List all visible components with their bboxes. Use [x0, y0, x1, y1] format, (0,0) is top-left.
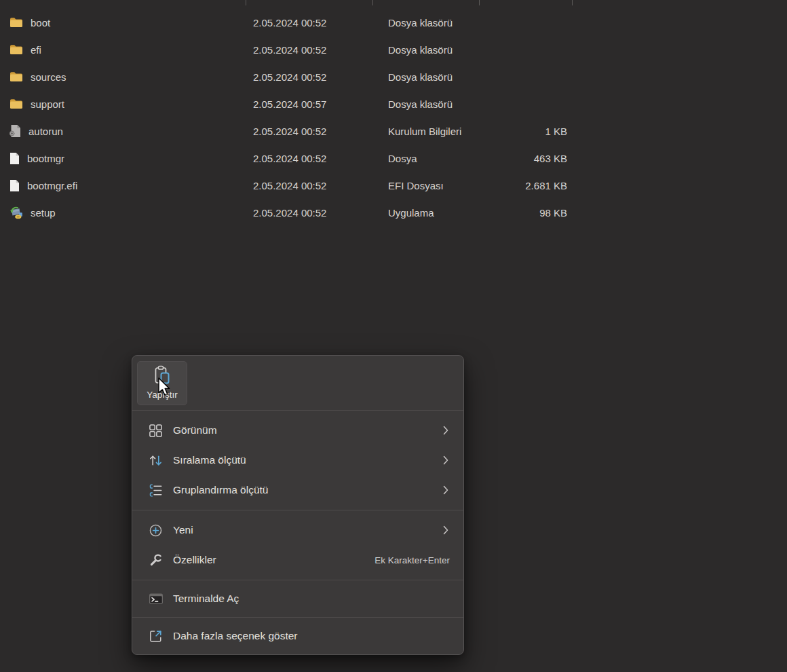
menu-item-sort-by[interactable]: Sıralama ölçütü [132, 445, 463, 475]
menu-item-open-in-terminal[interactable]: Terminalde Aç [132, 584, 463, 614]
file-name: autorun [28, 126, 63, 137]
table-row[interactable]: efi 2.05.2024 00:52 Dosya klasörü [0, 36, 611, 63]
menu-group-more: Daha fazla seçenek göster [132, 618, 463, 654]
menu-item-label: Yeni [173, 524, 443, 536]
new-plus-icon [148, 523, 164, 538]
file-date: 2.05.2024 00:52 [253, 117, 326, 145]
show-more-options-icon [148, 629, 164, 644]
file-date: 2.05.2024 00:52 [253, 36, 326, 63]
file-type: Dosya [388, 145, 417, 172]
file-icon [9, 152, 20, 165]
view-grid-icon [148, 423, 164, 438]
file-name: efi [31, 44, 41, 56]
wrench-icon [148, 553, 164, 568]
file-type: Dosya klasörü [388, 63, 453, 90]
table-row[interactable]: sources 2.05.2024 00:52 Dosya klasörü [0, 63, 611, 90]
file-size [479, 90, 567, 117]
file-size [479, 9, 567, 36]
file-date: 2.05.2024 00:52 [253, 145, 326, 172]
menu-item-label: Sıralama ölçütü [173, 454, 443, 466]
menu-item-group-by[interactable]: Gruplandırma ölçütü [132, 475, 463, 505]
folder-icon [9, 71, 23, 82]
file-date: 2.05.2024 00:57 [253, 90, 326, 117]
file-name: sources [31, 71, 66, 83]
menu-group-new: Yeni Özellikler Ek Karakter+Enter [132, 510, 463, 580]
table-row[interactable]: boot 2.05.2024 00:52 Dosya klasörü [0, 9, 611, 36]
menu-item-label: Görünüm [173, 424, 443, 436]
table-row[interactable]: support 2.05.2024 00:57 Dosya klasörü [0, 90, 611, 117]
terminal-icon [148, 591, 164, 607]
group-by-list-icon [148, 483, 164, 498]
file-list: boot 2.05.2024 00:52 Dosya klasörü efi 2… [0, 9, 611, 226]
file-name: bootmgr.efi [27, 180, 77, 191]
menu-item-shortcut: Ek Karakter+Enter [375, 555, 450, 565]
file-date: 2.05.2024 00:52 [253, 9, 326, 36]
chevron-right-icon [443, 485, 448, 495]
menu-item-new[interactable]: Yeni [132, 515, 463, 545]
file-date: 2.05.2024 00:52 [253, 172, 326, 199]
table-row[interactable]: setup 2.05.2024 00:52 Uygulama 98 KB [0, 199, 611, 226]
context-menu-quick-actions: Yapıştır [132, 356, 463, 410]
column-separator [572, 0, 573, 5]
file-type: EFI Dosyası [388, 172, 444, 199]
file-size [479, 36, 567, 63]
file-type: Dosya klasörü [388, 36, 453, 63]
menu-group-terminal: Terminalde Aç [132, 580, 463, 617]
column-separator [372, 0, 373, 5]
chevron-right-icon [443, 426, 448, 435]
file-name: bootmgr [27, 153, 64, 164]
menu-item-view[interactable]: Görünüm [132, 415, 463, 445]
file-name: boot [31, 17, 50, 29]
column-separator [479, 0, 480, 5]
file-size: 1 KB [479, 117, 567, 145]
menu-item-properties[interactable]: Özellikler Ek Karakter+Enter [132, 545, 463, 575]
file-size: 98 KB [479, 199, 567, 226]
file-size [479, 63, 567, 90]
column-separator [246, 0, 246, 5]
folder-icon [9, 98, 23, 109]
table-row[interactable]: autorun 2.05.2024 00:52 Kurulum Bilgiler… [0, 117, 611, 145]
application-icon [9, 206, 23, 219]
menu-item-show-more-options[interactable]: Daha fazla seçenek göster [132, 621, 463, 651]
file-explorer-window: boot 2.05.2024 00:52 Dosya klasörü efi 2… [0, 0, 787, 672]
file-size: 2.681 KB [479, 172, 567, 199]
chevron-right-icon [443, 525, 448, 535]
menu-item-label: Daha fazla seçenek göster [173, 630, 450, 642]
file-date: 2.05.2024 00:52 [253, 63, 326, 90]
file-type: Dosya klasörü [388, 9, 453, 36]
file-type: Kurulum Bilgileri [388, 117, 461, 145]
file-name: setup [31, 207, 56, 219]
paste-label: Yapıştır [147, 390, 178, 400]
file-size: 463 KB [479, 145, 567, 172]
table-row[interactable]: bootmgr 2.05.2024 00:52 Dosya 463 KB [0, 145, 611, 172]
file-type: Uygulama [388, 199, 434, 226]
folder-icon [9, 17, 23, 28]
table-row[interactable]: bootmgr.efi 2.05.2024 00:52 EFI Dosyası … [0, 172, 611, 199]
file-name: support [31, 98, 64, 110]
setup-information-file-icon [9, 124, 21, 138]
menu-item-label: Terminalde Aç [173, 593, 450, 605]
menu-item-label: Özellikler [173, 554, 375, 566]
file-icon [9, 179, 20, 192]
sort-arrows-icon [148, 453, 164, 468]
chevron-right-icon [443, 455, 448, 465]
menu-item-label: Gruplandırma ölçütü [173, 484, 443, 496]
file-type: Dosya klasörü [388, 90, 453, 117]
file-date: 2.05.2024 00:52 [253, 199, 326, 226]
folder-icon [9, 44, 23, 55]
paste-button[interactable]: Yapıştır [137, 361, 187, 405]
context-menu: Yapıştır Görünüm Sıralama ölçütü [132, 355, 464, 655]
paste-clipboard-icon [153, 365, 172, 388]
menu-group-view: Görünüm Sıralama ölçütü Gruplandırma ölç… [132, 411, 463, 510]
